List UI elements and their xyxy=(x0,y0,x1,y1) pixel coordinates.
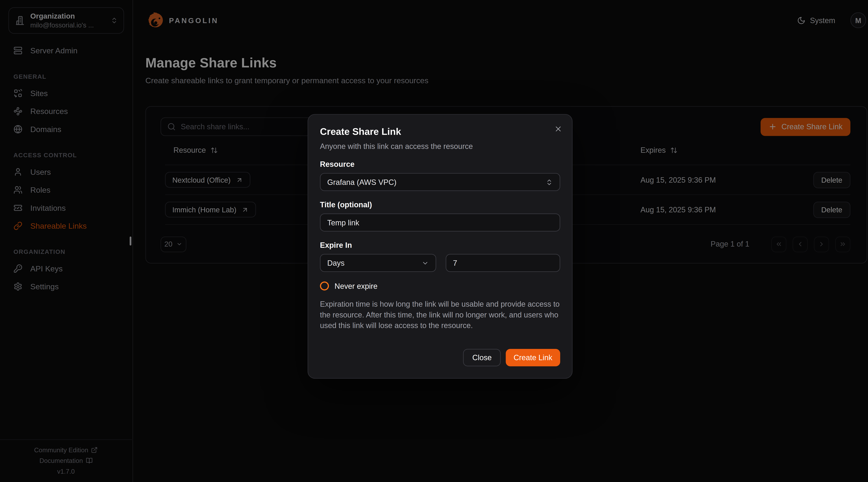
chevrons-up-down-icon xyxy=(546,178,553,186)
modal-title: Create Share Link xyxy=(320,126,560,138)
expire-value-input[interactable] xyxy=(453,259,553,267)
resource-select-value: Grafana (AWS VPC) xyxy=(327,178,397,186)
create-share-link-modal: Create Share Link Anyone with this link … xyxy=(308,114,572,379)
expire-unit-select[interactable]: Days xyxy=(320,254,436,272)
never-expire-label: Never expire xyxy=(335,282,377,290)
create-link-button[interactable]: Create Link xyxy=(506,349,560,366)
resource-label: Resource xyxy=(320,160,560,169)
expiration-description: Expiration time is how long the link wil… xyxy=(320,299,560,331)
title-field-wrap xyxy=(320,214,560,231)
never-expire-checkbox[interactable] xyxy=(320,282,329,290)
modal-subtitle: Anyone with this link can access the res… xyxy=(320,142,560,151)
expire-value-wrap xyxy=(446,254,560,272)
resource-select[interactable]: Grafana (AWS VPC) xyxy=(320,173,560,191)
chevron-down-icon xyxy=(422,259,429,266)
title-label: Title (optional) xyxy=(320,200,560,209)
expire-in-label: Expire In xyxy=(320,241,560,250)
app-root: Organization milo@fossorial.io's ... Ser… xyxy=(0,0,868,482)
never-expire-row[interactable]: Never expire xyxy=(320,282,560,290)
expire-unit-value: Days xyxy=(327,259,344,267)
title-input[interactable] xyxy=(327,218,553,227)
close-icon[interactable] xyxy=(552,123,564,134)
close-button[interactable]: Close xyxy=(463,349,501,366)
